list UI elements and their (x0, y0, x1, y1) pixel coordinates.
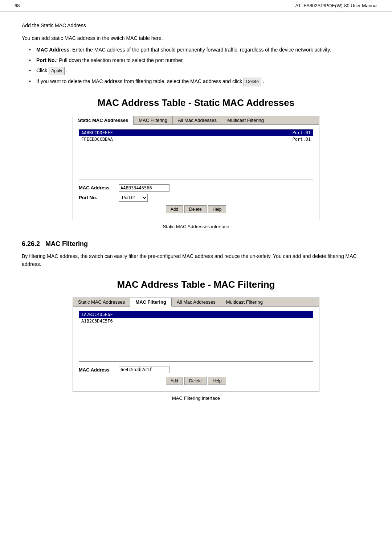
tab-end-2 (268, 298, 271, 306)
mac-filtering-heading: MAC Address Table - MAC Filtering (22, 279, 370, 290)
mac-filtering-ui-container: Static MAC Addresses MAC Filtering All M… (73, 297, 319, 392)
mac-filter-button-row: Add Delete Help (79, 377, 313, 385)
static-mac-help-button[interactable]: Help (208, 205, 226, 213)
bullet-2-label: Port No. (36, 57, 56, 63)
mac-filter-addr-2: A1B2C3D4E5F6 (81, 319, 113, 324)
bullet-2-text: : Pull down the selection menu to select… (56, 57, 184, 63)
intro-paragraph: You can add static MAC address in the sw… (22, 34, 370, 42)
tab-mac-filtering-1[interactable]: MAC Filtering (134, 116, 173, 124)
mac-filter-addr-1: 1A2B3C4D5E6F (81, 312, 113, 317)
mac-filter-address-row: MAC Address (79, 366, 313, 373)
static-mac-heading: MAC Address Table - Static MAC Addresses (22, 97, 370, 108)
bullet-3-period: . (65, 67, 68, 73)
mac-filter-row-2[interactable]: A1B2C3D4E5F6 (79, 318, 313, 324)
static-mac-ui-body: AABBCCDDEEFF Port.01 FFEEDDCCBBAA Port.0… (73, 125, 319, 220)
static-port-no-row: Port No. Port.01 Port.02 Port.03 Port.04… (79, 194, 313, 202)
static-mac-button-row: Add Delete Help (79, 205, 313, 213)
static-mac-add-button[interactable]: Add (166, 205, 183, 213)
static-mac-list-box[interactable]: AABBCCDDEEFF Port.01 FFEEDDCCBBAA Port.0… (79, 129, 313, 180)
static-mac-ui-container: Static MAC Addresses MAC Filtering All M… (73, 116, 319, 220)
mac-filter-address-label: MAC Address (79, 367, 119, 373)
bullet-1-label: MAC Address (36, 47, 69, 53)
bullet-3-text: Click (36, 67, 49, 73)
bullet-4-period: . (261, 78, 264, 84)
mac-filter-row-1[interactable]: 1A2B3C4D5E6F (79, 311, 313, 318)
mac-filter-address-input[interactable] (119, 366, 170, 373)
mac-filtering-caption: MAC Filtering interface (22, 395, 370, 401)
bullet-1-text: : Enter the MAC address of the port that… (69, 47, 331, 53)
page-header: 68 AT-IFS802SP/POE(W)-80 User Manual (0, 0, 392, 12)
mac-filtering-ui-body: 1A2B3C4D5E6F A1B2C3D4E5F6 MAC Address Ad… (73, 307, 319, 391)
page-content: Add the Static MAC Address You can add s… (0, 12, 392, 426)
mac-filtering-subsection-heading: 6.26.2 MAC Filtering (22, 240, 370, 248)
tab-all-mac-2[interactable]: All Mac Addresses (172, 298, 221, 306)
subsection-title-text: MAC Filtering (45, 240, 88, 247)
mac-address-input[interactable] (119, 184, 170, 192)
mac-filter-help-button[interactable]: Help (208, 377, 226, 385)
bullet-item-2: Port No.: Pull down the selection menu t… (29, 56, 370, 64)
delete-inline-button[interactable]: Delete (244, 78, 261, 86)
tab-static-mac-2[interactable]: Static MAC Addresses (73, 298, 130, 306)
port-no-label: Port No. (79, 195, 119, 200)
static-mac-addr-2: FFEEDDCCBBAA (81, 137, 113, 142)
mac-filtering-intro: By filtering MAC address, the switch can… (22, 252, 370, 268)
apply-inline-button[interactable]: Apply (49, 67, 65, 75)
subsection-number: 6.26.2 (22, 240, 40, 247)
static-mac-tab-bar: Static MAC Addresses MAC Filtering All M… (73, 116, 319, 125)
static-mac-caption: Static MAC Addresses interface (22, 224, 370, 229)
tab-multicast-2[interactable]: Multicast Filtering (221, 298, 268, 306)
bullet-item-1: MAC Address: Enter the MAC address of th… (29, 46, 370, 54)
mac-filter-add-button[interactable]: Add (166, 377, 183, 385)
tab-mac-filtering-active[interactable]: MAC Filtering (130, 298, 172, 307)
tab-static-mac-addresses[interactable]: Static MAC Addresses (73, 116, 134, 125)
port-no-select[interactable]: Port.01 Port.02 Port.03 Port.04 Port.05 … (119, 194, 148, 202)
tab-multicast-filtering-1[interactable]: Multicast Filtering (222, 116, 269, 124)
page-number: 68 (15, 3, 20, 8)
bullet-item-3: Click Apply . (29, 66, 370, 75)
bullet-item-4: If you want to delete the MAC address fr… (29, 77, 370, 86)
tab-end-1 (269, 116, 272, 124)
tab-all-mac-addresses-1[interactable]: All Mac Addresses (173, 116, 222, 124)
mac-filtering-tab-bar: Static MAC Addresses MAC Filtering All M… (73, 298, 319, 307)
manual-title: AT-IFS802SP/POE(W)-80 User Manual (295, 3, 377, 8)
section-title: Add the Static MAC Address (22, 22, 370, 28)
static-mac-port-1: Port.01 (292, 130, 311, 135)
static-mac-row-1[interactable]: AABBCCDDEEFF Port.01 (79, 130, 313, 136)
bullet-4-text: If you want to delete the MAC address fr… (36, 78, 244, 84)
mac-filter-delete-button[interactable]: Delete (184, 377, 207, 385)
static-mac-port-2: Port.01 (292, 137, 311, 142)
mac-filter-list-box[interactable]: 1A2B3C4D5E6F A1B2C3D4E5F6 (79, 311, 313, 362)
static-mac-delete-button[interactable]: Delete (184, 205, 207, 213)
static-mac-row-2[interactable]: FFEEDDCCBBAA Port.01 (79, 136, 313, 143)
subsection-title (42, 240, 44, 247)
mac-address-label: MAC Address (79, 185, 119, 190)
static-mac-address-row: MAC Address (79, 184, 313, 192)
bullet-list: MAC Address: Enter the MAC address of th… (29, 46, 370, 86)
static-mac-addr-1: AABBCCDDEEFF (81, 130, 113, 135)
